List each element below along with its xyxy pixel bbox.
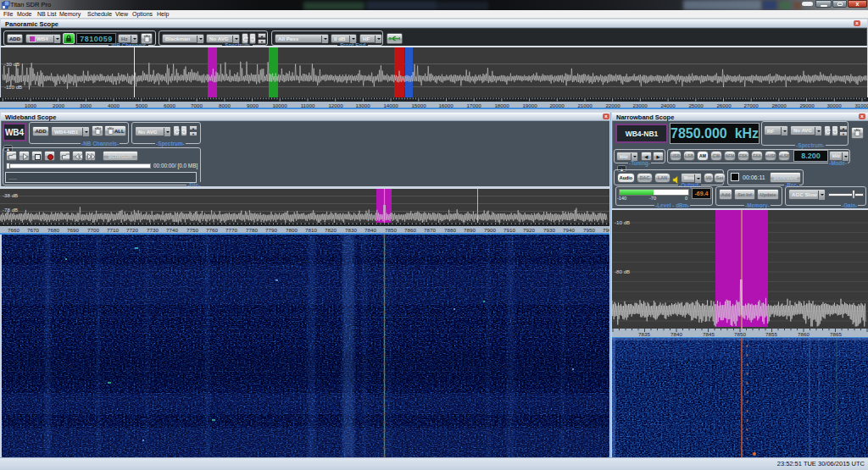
svg-text:7855: 7855 xyxy=(765,331,777,337)
svg-text:7860: 7860 xyxy=(798,331,810,337)
svg-text:7740: 7740 xyxy=(166,227,178,233)
svg-text:7840: 7840 xyxy=(670,331,682,337)
svg-text:7710: 7710 xyxy=(107,227,119,233)
svg-text:7900: 7900 xyxy=(484,227,496,233)
svg-text:7800: 7800 xyxy=(286,227,298,233)
svg-text:-80 dB: -80 dB xyxy=(615,268,630,274)
svg-text:7870: 7870 xyxy=(424,227,436,233)
svg-text:7780: 7780 xyxy=(246,227,258,233)
svg-text:7700: 7700 xyxy=(87,227,99,233)
svg-text:7950: 7950 xyxy=(583,227,595,233)
svg-text:7920: 7920 xyxy=(523,227,535,233)
svg-text:7790: 7790 xyxy=(265,227,277,233)
svg-text:7930: 7930 xyxy=(543,227,555,233)
svg-text:7835: 7835 xyxy=(638,331,650,337)
svg-text:7880: 7880 xyxy=(444,227,456,233)
svg-text:7940: 7940 xyxy=(563,227,575,233)
svg-text:-30 dB: -30 dB xyxy=(4,61,19,67)
svg-text:7680: 7680 xyxy=(47,227,59,233)
svg-text:7730: 7730 xyxy=(147,227,159,233)
svg-text:7760: 7760 xyxy=(206,227,218,233)
svg-text:-110 dB: -110 dB xyxy=(4,84,22,90)
svg-text:7720: 7720 xyxy=(126,227,138,233)
svg-text:7750: 7750 xyxy=(186,227,198,233)
svg-text:7865: 7865 xyxy=(830,331,842,337)
svg-text:-10 dB: -10 dB xyxy=(615,219,630,225)
svg-text:7690: 7690 xyxy=(67,227,79,233)
svg-text:7890: 7890 xyxy=(464,227,476,233)
svg-text:7960: 7960 xyxy=(603,227,609,233)
svg-text:-78 dB: -78 dB xyxy=(3,207,18,213)
svg-text:7830: 7830 xyxy=(345,227,357,233)
svg-text:7840: 7840 xyxy=(364,227,376,233)
svg-text:7850: 7850 xyxy=(734,331,746,337)
svg-text:7810: 7810 xyxy=(305,227,317,233)
svg-text:7770: 7770 xyxy=(225,227,237,233)
svg-text:7670: 7670 xyxy=(27,227,39,233)
svg-text:7860: 7860 xyxy=(404,227,416,233)
svg-text:7850: 7850 xyxy=(385,227,397,233)
svg-text:7820: 7820 xyxy=(325,227,337,233)
svg-text:-38 dB: -38 dB xyxy=(3,192,18,198)
svg-text:7910: 7910 xyxy=(504,227,515,233)
svg-text:7845: 7845 xyxy=(703,331,715,337)
svg-text:7660: 7660 xyxy=(8,227,19,233)
